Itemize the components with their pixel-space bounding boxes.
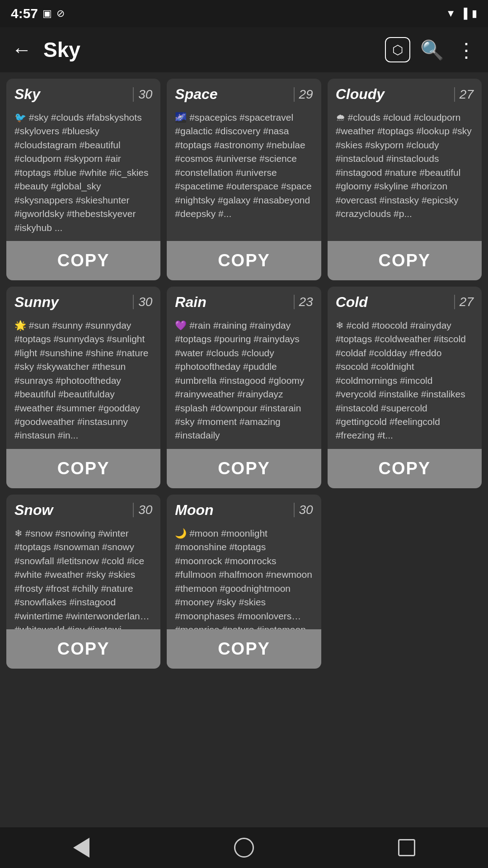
copy-button-moon[interactable]: COPY [167, 629, 321, 669]
card-divider-moon [294, 503, 295, 517]
page-title: Sky [43, 38, 376, 62]
card-count-snow: 30 [138, 503, 152, 517]
status-right-icons: ▼ ▐ ▮ [446, 8, 477, 19]
card-title-cloudy: Cloudy [336, 86, 450, 103]
card-divider-cold [454, 295, 455, 309]
back-button[interactable]: ← [9, 37, 34, 62]
card-header-moon: Moon 30 [167, 495, 321, 523]
copy-button-snow[interactable]: COPY [6, 629, 160, 669]
card-title-moon: Moon [175, 502, 289, 519]
copy-button-cloudy[interactable]: COPY [328, 241, 482, 280]
card-tags-snow: ❄ #snow #snowing #winter #toptags #snowm… [6, 523, 160, 629]
card-rain: Rain 23 💜 #rain #raining #rainyday #topt… [167, 287, 321, 488]
card-header-snow: Snow 30 [6, 495, 160, 523]
copy-button-rain[interactable]: COPY [167, 449, 321, 488]
sim-icon: ▣ [42, 8, 52, 19]
card-header-cloudy: Cloudy 27 [328, 79, 482, 107]
card-divider-cloudy [454, 87, 455, 102]
card-sky: Sky 30 🐦 #sky #clouds #fabskyshots #skyl… [6, 79, 160, 280]
card-divider-sunny [133, 295, 134, 309]
signal-icon: ▐ [460, 8, 467, 19]
copy-button-cold[interactable]: COPY [328, 449, 482, 488]
card-tags-space: 🌌 #spacepics #spacetravel #galactic #dis… [167, 107, 321, 241]
card-title-cold: Cold [336, 294, 450, 311]
card-tags-sky: 🐦 #sky #clouds #fabskyshots #skylovers #… [6, 107, 160, 241]
copy-button-sky[interactable]: COPY [6, 241, 160, 280]
cards-grid: Sky 30 🐦 #sky #clouds #fabskyshots #skyl… [0, 72, 488, 675]
card-divider-rain [294, 295, 295, 309]
card-cold: Cold 27 ❄ #cold #toocold #rainyday #topt… [328, 287, 482, 488]
wifi-icon: ▼ [446, 8, 456, 19]
card-space: Space 29 🌌 #spacepics #spacetravel #gala… [167, 79, 321, 280]
card-count-sunny: 30 [138, 295, 152, 309]
card-title-rain: Rain [175, 294, 289, 311]
card-sunny: Sunny 30 🌟 #sun #sunny #sunnyday #toptag… [6, 287, 160, 488]
home-circle-icon [234, 838, 254, 858]
copy-button-sunny[interactable]: COPY [6, 449, 160, 488]
nav-home-button[interactable] [230, 834, 258, 861]
status-bar: 4:57 ▣ ⊘ ▼ ▐ ▮ [0, 0, 488, 27]
card-header-rain: Rain 23 [167, 287, 321, 315]
card-tags-cold: ❄ #cold #toocold #rainyday #toptags #col… [328, 315, 482, 449]
card-divider-snow [133, 503, 134, 517]
card-title-sunny: Sunny [14, 294, 128, 311]
card-count-moon: 30 [299, 503, 313, 517]
card-header-sunny: Sunny 30 [6, 287, 160, 315]
card-tags-sunny: 🌟 #sun #sunny #sunnyday #toptags #sunnyd… [6, 315, 160, 449]
card-tags-cloudy: 🌧 #clouds #cloud #cloudporn #weather #to… [328, 107, 482, 241]
card-count-sky: 30 [138, 87, 152, 102]
card-divider-space [294, 87, 295, 102]
card-cloudy: Cloudy 27 🌧 #clouds #cloud #cloudporn #w… [328, 79, 482, 280]
card-header-space: Space 29 [167, 79, 321, 107]
card-header-sky: Sky 30 [6, 79, 160, 107]
copy-button-space[interactable]: COPY [167, 241, 321, 280]
card-count-rain: 23 [299, 295, 313, 309]
nav-recent-button[interactable] [393, 834, 420, 861]
card-divider-sky [133, 87, 134, 102]
bottom-nav [0, 827, 488, 868]
recent-square-icon [398, 839, 415, 856]
card-snow: Snow 30 ❄ #snow #snowing #winter #toptag… [6, 495, 160, 669]
top-bar: ← Sky ⬡ 🔍 ⋮ [0, 27, 488, 72]
card-count-cloudy: 27 [460, 87, 474, 102]
card-title-snow: Snow [14, 502, 128, 519]
battery-icon: ▮ [472, 8, 477, 19]
card-title-sky: Sky [14, 86, 128, 103]
card-title-space: Space [175, 86, 289, 103]
search-button[interactable]: 🔍 [419, 37, 445, 62]
status-left: 4:57 ▣ ⊘ [11, 6, 65, 21]
card-tags-moon: 🌙 #moon #moonlight #moonshine #toptags #… [167, 523, 321, 629]
card-count-space: 29 [299, 87, 313, 102]
status-time: 4:57 [11, 6, 38, 21]
more-button[interactable]: ⋮ [454, 37, 479, 62]
instagram-button[interactable]: ⬡ [385, 37, 410, 62]
card-moon: Moon 30 🌙 #moon #moonlight #moonshine #t… [167, 495, 321, 669]
nav-back-button[interactable] [68, 834, 95, 861]
scroll-area: Sky 30 🐦 #sky #clouds #fabskyshots #skyl… [0, 72, 488, 720]
card-tags-rain: 💜 #rain #raining #rainyday #toptags #pou… [167, 315, 321, 449]
card-header-cold: Cold 27 [328, 287, 482, 315]
back-triangle-icon [73, 838, 89, 858]
noentry-icon: ⊘ [56, 8, 65, 19]
card-count-cold: 27 [460, 295, 474, 309]
